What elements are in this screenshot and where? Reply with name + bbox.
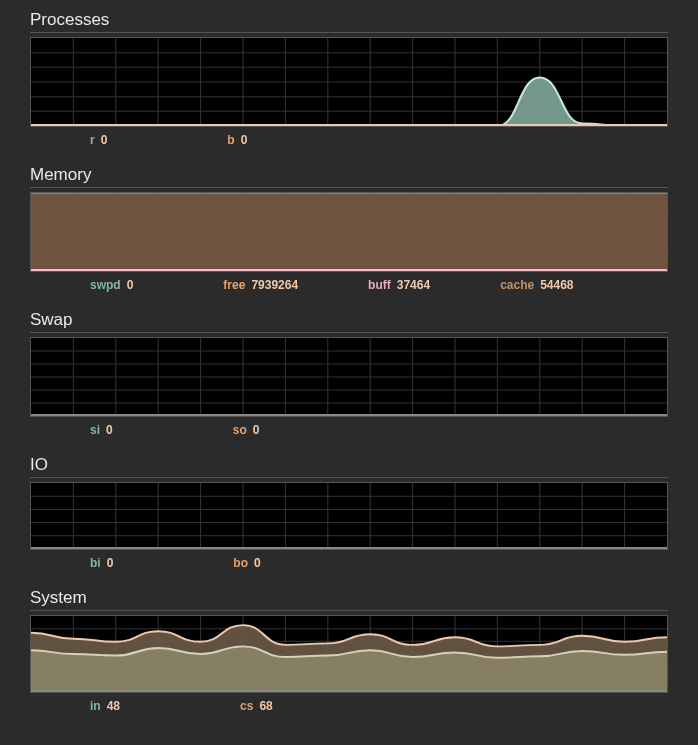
chart-memory [30,192,668,272]
chart-system [30,615,668,693]
panel-swap: Swap si0 so0 [30,310,668,437]
legend-memory-swpd: swpd0 [90,278,133,292]
legend-swap: si0 so0 [30,417,668,437]
legend-io-bi: bi0 [90,556,113,570]
legend-memory: swpd0 free7939264 buff37464 cache54468 [30,272,668,292]
legend-memory-free: free7939264 [223,278,298,292]
legend-processes-r: r0 [90,133,107,147]
legend-processes-b: b0 [227,133,247,147]
legend-io: bi0 bo0 [30,550,668,570]
panel-title-io: IO [30,455,668,478]
panel-system: System in48 cs68 [30,588,668,713]
legend-system: in48 cs68 [30,693,668,713]
legend-swap-so: so0 [233,423,260,437]
panel-title-memory: Memory [30,165,668,188]
panel-memory: Memory swpd0 free7939264 buff37464 cache… [30,165,668,292]
panel-title-swap: Swap [30,310,668,333]
legend-swap-si: si0 [90,423,113,437]
legend-system-in: in48 [90,699,120,713]
legend-memory-buff: buff37464 [368,278,430,292]
panel-processes: Processes r0 b0 [30,10,668,147]
chart-processes [30,37,668,127]
chart-io [30,482,668,550]
panel-io: IO bi0 bo0 [30,455,668,570]
panel-title-processes: Processes [30,10,668,33]
legend-system-cs: cs68 [240,699,273,713]
legend-processes: r0 b0 [30,127,668,147]
panel-title-system: System [30,588,668,611]
chart-swap [30,337,668,417]
legend-io-bo: bo0 [233,556,260,570]
legend-memory-cache: cache54468 [500,278,573,292]
